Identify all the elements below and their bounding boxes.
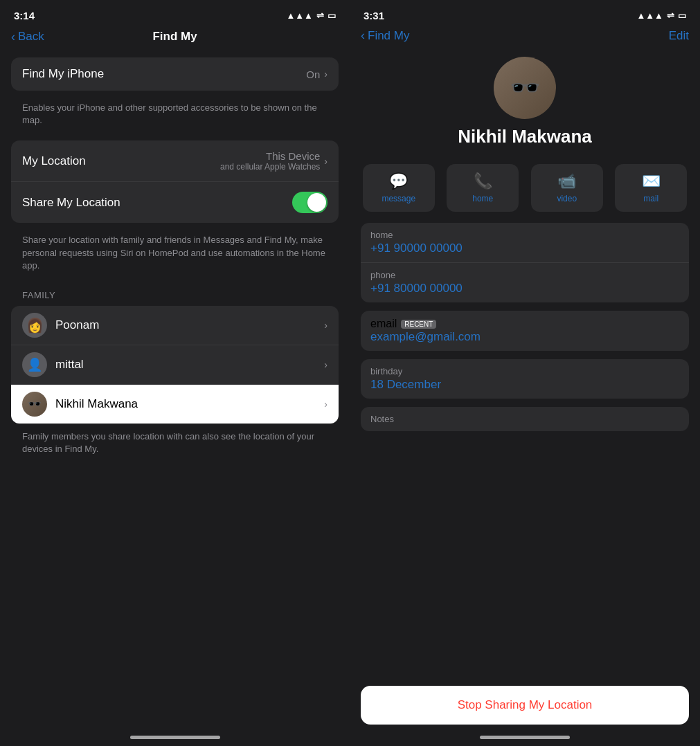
video-action-btn[interactable]: 📹 video xyxy=(531,164,603,212)
home-icon: 📞 xyxy=(474,172,492,190)
nikhil-avatar-image: 🕶️ xyxy=(494,57,556,119)
home-phone-row[interactable]: home +91 90000 00000 xyxy=(361,223,689,263)
message-action-btn[interactable]: 💬 message xyxy=(363,164,435,212)
family-footer: Family members you share location with c… xyxy=(0,424,350,469)
right-back-label: Find My xyxy=(368,29,409,43)
phone-label: phone xyxy=(370,270,679,280)
phone-group: home +91 90000 00000 phone +91 80000 000… xyxy=(361,223,689,302)
my-location-chevron: › xyxy=(324,156,327,167)
left-nav-bar: ‹ Back Find My xyxy=(0,26,350,51)
birthday-group: birthday 18 December xyxy=(361,359,689,399)
my-location-sub: and cellular Apple Watches xyxy=(220,162,320,172)
avatar-poonam: 👩 xyxy=(22,313,47,338)
avatar-nikhil-small: 🕶️ xyxy=(22,392,47,417)
contact-avatar: 🕶️ xyxy=(494,57,556,119)
my-location-row[interactable]: My Location This Device and cellular App… xyxy=(11,140,339,182)
share-location-label: Share My Location xyxy=(22,196,120,210)
left-chevron-icon: ‹ xyxy=(11,30,15,44)
birthday-value: 18 December xyxy=(370,378,679,392)
avatar-mittal: 👤 xyxy=(22,352,47,377)
notes-label: Notes xyxy=(370,414,679,424)
find-my-iphone-chevron: › xyxy=(324,69,327,80)
phone-row[interactable]: phone +91 80000 00000 xyxy=(361,263,689,302)
mittal-chevron: › xyxy=(324,359,327,370)
left-back-button[interactable]: ‹ Back xyxy=(11,30,44,44)
nikhil-avatar-image-small: 🕶️ xyxy=(22,392,47,417)
right-nav-bar: ‹ Find My Edit xyxy=(350,26,700,50)
right-time: 3:31 xyxy=(364,10,384,21)
notes-group[interactable]: Notes xyxy=(361,407,689,431)
right-back-button[interactable]: ‹ Find My xyxy=(361,28,409,43)
family-name-nikhil: Nikhil Makwana xyxy=(55,397,316,411)
mail-action-btn[interactable]: ✉️ mail xyxy=(615,164,687,212)
stop-sharing-panel[interactable]: Stop Sharing My Location xyxy=(361,686,689,725)
wifi-icon: ⇌ xyxy=(316,10,324,21)
left-home-indicator xyxy=(130,736,220,739)
poonam-chevron: › xyxy=(324,320,327,331)
contact-details: home +91 90000 00000 phone +91 80000 000… xyxy=(350,223,700,680)
family-name-mittal: mittal xyxy=(55,358,316,372)
home-phone-label: home xyxy=(370,230,679,240)
message-icon: 💬 xyxy=(389,172,408,190)
left-status-icons: ▲▲▲ ⇌ ▭ xyxy=(286,10,336,21)
email-value: example@gmail.com xyxy=(370,330,679,344)
video-label: video xyxy=(557,194,577,203)
left-status-bar: 3:14 ▲▲▲ ⇌ ▭ xyxy=(0,0,350,26)
family-section-header: FAMILY xyxy=(0,279,350,306)
edit-button[interactable]: Edit xyxy=(669,29,689,43)
signal-icon: ▲▲▲ xyxy=(286,10,313,21)
mail-label: mail xyxy=(643,194,658,203)
birthday-row[interactable]: birthday 18 December xyxy=(361,359,689,399)
right-status-bar: 3:31 ▲▲▲ ⇌ ▭ xyxy=(350,0,700,26)
family-row-nikhil[interactable]: 🕶️ Nikhil Makwana › xyxy=(11,385,339,424)
family-row-mittal[interactable]: 👤 mittal › xyxy=(11,345,339,385)
right-chevron-icon: ‹ xyxy=(361,28,365,43)
home-action-btn[interactable]: 📞 home xyxy=(447,164,519,212)
find-my-iphone-value: On xyxy=(306,69,320,80)
share-description: Share your location with family and frie… xyxy=(0,230,350,279)
left-panel: 3:14 ▲▲▲ ⇌ ▭ ‹ Back Find My Find My iPho… xyxy=(0,0,350,746)
email-label-row: email RECENT xyxy=(370,318,679,330)
find-my-description: Enables your iPhone and other supported … xyxy=(0,98,350,134)
email-label: email xyxy=(370,318,397,330)
find-my-iphone-row[interactable]: Find My iPhone On › xyxy=(11,57,339,91)
home-phone-value: +91 90000 00000 xyxy=(370,242,679,255)
my-location-value: This Device xyxy=(220,150,320,162)
right-status-icons: ▲▲▲ ⇌ ▭ xyxy=(636,10,686,21)
share-location-toggle[interactable] xyxy=(292,192,327,213)
home-label: home xyxy=(472,194,493,203)
share-location-row[interactable]: Share My Location xyxy=(11,182,339,223)
nikhil-chevron: › xyxy=(324,399,327,410)
my-location-label: My Location xyxy=(22,154,86,168)
email-row[interactable]: email RECENT example@gmail.com xyxy=(361,311,689,351)
find-my-iphone-group: Find My iPhone On › xyxy=(11,57,339,91)
find-my-iphone-value-container: On › xyxy=(306,69,327,80)
email-badge: RECENT xyxy=(401,320,436,329)
left-time: 3:14 xyxy=(14,10,35,21)
email-group: email RECENT example@gmail.com xyxy=(361,311,689,351)
mail-icon: ✉️ xyxy=(642,172,661,190)
family-name-poonam: Poonam xyxy=(55,318,316,332)
right-wifi-icon: ⇌ xyxy=(667,10,674,21)
action-row: 💬 message 📞 home 📹 video ✉️ mail xyxy=(350,158,700,223)
family-list: 👩 Poonam › 👤 mittal › 🕶️ Nikhil Makwana … xyxy=(11,306,339,424)
find-my-iphone-label: Find My iPhone xyxy=(22,67,104,81)
stop-sharing-text: Stop Sharing My Location xyxy=(458,698,593,711)
contact-name: Nikhil Makwana xyxy=(458,126,592,147)
left-nav-title: Find My xyxy=(152,30,197,44)
my-location-group: My Location This Device and cellular App… xyxy=(11,140,339,223)
right-home-indicator xyxy=(480,736,570,739)
right-signal-icon: ▲▲▲ xyxy=(636,10,663,21)
right-battery-icon: ▭ xyxy=(678,10,686,21)
message-label: message xyxy=(382,194,415,203)
family-row-poonam[interactable]: 👩 Poonam › xyxy=(11,306,339,345)
my-location-value-container: This Device and cellular Apple Watches › xyxy=(220,150,327,172)
phone-value: +91 80000 00000 xyxy=(370,282,679,295)
left-back-label: Back xyxy=(18,30,44,44)
contact-header: 🕶️ Nikhil Makwana xyxy=(350,50,700,158)
video-icon: 📹 xyxy=(557,172,576,190)
battery-icon: ▭ xyxy=(327,10,336,21)
birthday-label: birthday xyxy=(370,366,679,376)
right-panel: 3:31 ▲▲▲ ⇌ ▭ ‹ Find My Edit 🕶️ Nikhil Ma… xyxy=(350,0,700,746)
